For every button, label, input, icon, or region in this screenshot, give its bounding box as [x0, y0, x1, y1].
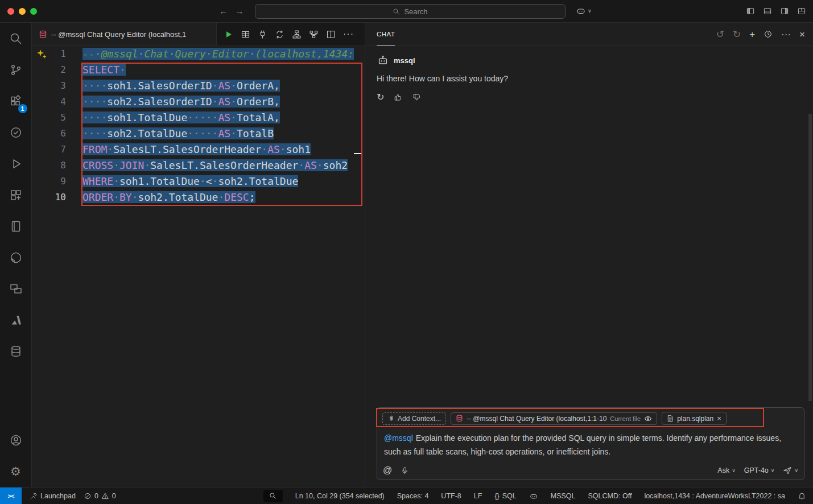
- code-editor[interactable]: 1--·@mssql·Chat·Query·Editor·(localhost,…: [32, 46, 365, 487]
- code-line-8[interactable]: 8CROSS·JOIN·SalesLT.SalesOrderHeader·AS·…: [32, 158, 365, 173]
- source-control-view-button[interactable]: [2, 54, 30, 85]
- context-pill-current-file[interactable]: -- @mssql Chat Query Editor (localhost,1…: [451, 412, 657, 425]
- more-actions-button[interactable]: ···: [781, 30, 791, 39]
- sqlcmd-status[interactable]: SQLCMD: Off: [588, 492, 632, 500]
- encoding-status[interactable]: UTF-8: [441, 492, 461, 500]
- close-panel-button[interactable]: ×: [799, 30, 805, 39]
- undo-icon[interactable]: ↺: [716, 30, 724, 39]
- remote-indicator[interactable]: ><: [0, 488, 22, 504]
- microphone-icon[interactable]: [401, 466, 409, 475]
- search-view-button[interactable]: [2, 23, 30, 54]
- chat-tab[interactable]: CHAT: [377, 23, 395, 46]
- accounts-button[interactable]: [2, 424, 30, 456]
- code-line-2[interactable]: 2SELECT·: [32, 62, 365, 78]
- code-line-1[interactable]: 1--·@mssql·Chat·Query·Editor·(localhost,…: [32, 46, 365, 62]
- chat-mode-dropdown[interactable]: Ask ∨: [717, 466, 735, 474]
- history-icon[interactable]: [764, 30, 773, 39]
- testing-view-button[interactable]: [2, 117, 30, 148]
- chat-scrollbar[interactable]: [808, 114, 812, 401]
- account-icon: [9, 433, 23, 447]
- code-line-7[interactable]: 7FROM·SalesLT.SalesOrderHeader·AS·soh1: [32, 142, 365, 158]
- editor-tab[interactable]: -- @mssql Chat Query Editor (localhost,1: [32, 23, 217, 46]
- run-query-button[interactable]: [224, 30, 233, 39]
- layout-controls: [746, 7, 806, 15]
- copilot-icon: [576, 6, 586, 16]
- language-mode-status[interactable]: {} SQL: [494, 492, 516, 500]
- chat-header-actions: ↺ ↻ + ··· ×: [716, 23, 805, 46]
- toggle-primary-sidebar-button[interactable]: [746, 7, 755, 15]
- search-icon: [9, 32, 23, 46]
- source-control-icon: [9, 63, 23, 77]
- code-line-6[interactable]: 6····soh2.TotalDue·····AS·TotalB: [32, 126, 365, 142]
- split-editor-button[interactable]: [326, 30, 336, 39]
- send-icon: [783, 466, 792, 475]
- context-pill-sqlplan[interactable]: plan.sqlplan ×: [662, 412, 727, 425]
- components-view-button[interactable]: [2, 179, 30, 210]
- new-chat-button[interactable]: +: [749, 30, 755, 39]
- line-number: 2: [32, 62, 66, 78]
- azure-view-button[interactable]: [2, 304, 30, 336]
- thumbs-down-icon[interactable]: [412, 93, 422, 102]
- remove-context-icon[interactable]: ×: [717, 414, 721, 423]
- code-line-10[interactable]: 10ORDER·BY·soh2.TotalDue·DESC;: [32, 189, 365, 205]
- command-center-search[interactable]: Search: [255, 4, 566, 19]
- chat-input-controls: @ Ask ∨ GPT-4o ∨ ∨: [383, 465, 798, 476]
- code-line-5[interactable]: 5····soh1.TotalDue·····AS·TotalA,: [32, 110, 365, 126]
- maximize-window-button[interactable]: [30, 8, 37, 15]
- connection-status[interactable]: localhost,1434 : AdventureWorksLT2022 : …: [644, 492, 785, 500]
- customize-layout-button[interactable]: [797, 7, 806, 15]
- run-debug-view-button[interactable]: [2, 148, 30, 179]
- back-button[interactable]: ←: [219, 6, 228, 16]
- problems-status-item[interactable]: 0 0: [80, 492, 120, 500]
- launchpad-status-item[interactable]: Launchpad: [22, 492, 80, 500]
- schema-designer-button[interactable]: [292, 30, 302, 39]
- copilot-menu-button[interactable]: ∨: [576, 6, 592, 16]
- results-grid-button[interactable]: [241, 30, 250, 39]
- search-status-item[interactable]: [263, 490, 283, 502]
- eye-icon[interactable]: [644, 415, 652, 423]
- mssql-view-button[interactable]: [2, 336, 30, 367]
- indentation-status[interactable]: Spaces: 4: [397, 492, 429, 500]
- forward-button[interactable]: →: [235, 6, 244, 16]
- settings-button[interactable]: ⚙: [2, 456, 30, 487]
- regenerate-icon[interactable]: ↻: [377, 92, 384, 102]
- send-button[interactable]: ∨: [783, 466, 798, 475]
- notebooks-view-button[interactable]: [2, 210, 30, 242]
- remote-explorer-view-button[interactable]: [2, 273, 30, 304]
- toggle-secondary-sidebar-button[interactable]: [780, 7, 789, 15]
- chat-input-box[interactable]: Add Context... -- @mssql Chat Query Edit…: [377, 407, 804, 480]
- more-actions-button[interactable]: ···: [343, 29, 354, 39]
- toggle-panel-button[interactable]: [763, 7, 772, 15]
- copilot-status-icon[interactable]: [529, 491, 538, 501]
- model-picker-dropdown[interactable]: GPT-4o ∨: [744, 466, 775, 474]
- extensions-view-button[interactable]: 1: [2, 85, 30, 117]
- thumbs-up-icon[interactable]: [394, 93, 403, 102]
- cursor-position-status[interactable]: Ln 10, Col 29 (354 selected): [295, 492, 385, 500]
- add-context-button[interactable]: Add Context...: [382, 412, 446, 425]
- chat-mention: @mssql: [384, 433, 413, 443]
- query-plan-button[interactable]: [309, 30, 319, 39]
- gear-icon: ⚙: [10, 465, 21, 477]
- azure-icon: [9, 313, 23, 327]
- change-connection-button[interactable]: [275, 30, 284, 39]
- line-number: 6: [32, 126, 66, 142]
- eol-status[interactable]: LF: [474, 492, 482, 500]
- github-view-button[interactable]: [2, 242, 30, 273]
- chat-prompt-text[interactable]: @mssqlExplain the execution plan for the…: [377, 427, 804, 458]
- minimize-window-button[interactable]: [19, 8, 26, 15]
- code-line-3[interactable]: 3····soh1.SalesOrderID·AS·OrderA,: [32, 78, 365, 94]
- book-icon: [9, 220, 23, 233]
- code-line-9[interactable]: 9WHERE·soh1.TotalDue·<·soh2.TotalDue: [32, 173, 365, 189]
- mssql-status[interactable]: MSSQL: [551, 492, 576, 500]
- chat-prompt-body: Explain the execution plan for the provi…: [384, 433, 781, 456]
- connect-plug-button[interactable]: [258, 30, 267, 39]
- close-window-button[interactable]: [7, 8, 14, 15]
- redo-icon[interactable]: ↻: [733, 30, 741, 39]
- code-line-4[interactable]: 4····soh2.SalesOrderID·AS·OrderB,: [32, 94, 365, 110]
- mention-button[interactable]: @: [383, 465, 392, 476]
- line-number: 3: [32, 78, 66, 94]
- bell-icon[interactable]: [798, 491, 806, 500]
- window-controls: [0, 8, 37, 15]
- copilot-sparkle-icon[interactable]: [36, 48, 47, 62]
- robot-avatar-icon: [377, 54, 389, 67]
